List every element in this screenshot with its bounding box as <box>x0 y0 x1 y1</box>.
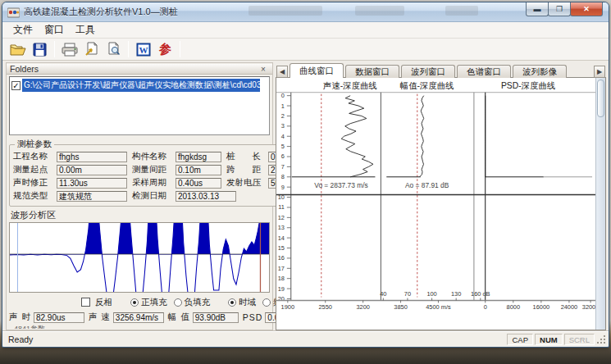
curve-series-0 <box>341 96 373 177</box>
param-value-field[interactable]: 0.00m <box>57 165 127 175</box>
folders-pane-caption[interactable]: Folders × <box>7 64 272 75</box>
velocity-tick-label: 1900 <box>281 303 294 311</box>
radio-icon[interactable] <box>228 298 236 307</box>
print-icon <box>62 43 78 57</box>
print-preview-button[interactable] <box>103 40 124 59</box>
tab-波列窗口[interactable]: 波列窗口 <box>401 65 455 78</box>
word-export-button[interactable]: W <box>133 40 153 59</box>
indicator-NUM: NUM <box>535 334 563 345</box>
waveform-canvas[interactable] <box>10 223 269 292</box>
param-cell: 构件名称fhgkdsg <box>132 151 221 162</box>
measure-label: PSD <box>243 312 263 322</box>
resize-grip[interactable] <box>596 334 607 345</box>
svg-text:W: W <box>139 44 148 54</box>
tab-scroll-left-icon[interactable]: ◀ <box>276 66 288 78</box>
waveform-plot[interactable] <box>9 222 270 293</box>
radio-icon[interactable] <box>130 298 139 307</box>
tab-波列影像[interactable]: 波列影像 <box>513 65 567 78</box>
app-icon <box>7 7 20 18</box>
param-cell: 工程名称fhghs <box>13 151 127 162</box>
radio-icon[interactable] <box>262 298 271 307</box>
measure-value-field[interactable]: 3256.94m/s <box>113 312 164 323</box>
domain-option-label: 时域 <box>239 297 256 308</box>
chart-vertical-scrollbar[interactable] <box>595 78 605 330</box>
amplitude-tick-label: 70 <box>404 290 411 298</box>
psd-tick-label: 24000 <box>561 303 578 311</box>
tab-色谱窗口[interactable]: 色谱窗口 <box>457 65 511 78</box>
param-cell: 声时修正11.30us <box>13 177 127 189</box>
toolbar-separator <box>180 41 180 57</box>
chart-title-0: 声速-深度曲线 <box>323 81 377 90</box>
fill-option-0[interactable]: 正填充 <box>130 297 167 308</box>
depth-tick-label: 20 <box>278 295 285 303</box>
folder-item-checkbox[interactable]: ✓ <box>11 81 21 90</box>
folders-pane-title: Folders <box>10 64 39 74</box>
parameters-button[interactable]: 参 <box>155 40 176 59</box>
tab-数据窗口[interactable]: 数据窗口 <box>345 65 399 78</box>
statusbar: Ready CAPNUMSCRL <box>2 331 609 347</box>
menu-item-1[interactable]: 窗口 <box>39 21 70 39</box>
fill-option-label: 负填充 <box>185 297 211 308</box>
export-report-button[interactable] <box>81 40 102 59</box>
param-label: 规范类型 <box>13 190 54 202</box>
print-button[interactable] <box>59 40 80 59</box>
velocity-tick-label: 3850 <box>394 303 407 311</box>
folder-list-item[interactable]: ✓ G:\公司产品设计开发\超声仪器\超声仪实地检测数据\测桩\cd\cd03\… <box>11 80 267 91</box>
param-value-field[interactable]: 建筑规范 <box>57 191 127 202</box>
depth-tick-label: 4 <box>281 133 285 140</box>
invert-checkbox[interactable] <box>81 298 90 307</box>
depth-tick-label: 16 <box>278 254 285 262</box>
status-message: Ready <box>4 334 505 344</box>
tab-scroll-right-icon[interactable]: ▶ <box>594 66 605 78</box>
depth-tick-label: 19 <box>278 285 285 293</box>
measure-value-field[interactable]: 93.90dB <box>193 312 239 323</box>
measure-label: 幅 值 <box>168 312 190 323</box>
domain-option-0[interactable]: 时域 <box>228 297 256 308</box>
param-cell: 测量起点0.00m <box>13 164 127 175</box>
measure-value-field[interactable]: 82.90us <box>34 312 84 323</box>
param-value-field[interactable]: 2013.03.13 <box>176 191 236 202</box>
charts-root: 声速-深度曲线幅值-深度曲线PSD-深度曲线012345678910111213… <box>276 81 595 312</box>
toolbar-separator <box>54 41 55 57</box>
param-value-field[interactable]: 11.30us <box>57 178 127 189</box>
menubar: 文件窗口工具 <box>2 22 609 39</box>
close-button[interactable]: ✕ <box>570 2 603 16</box>
waveform-controls: 反相正填充负填充时域频域 声 时82.90us声 速3256.94m/s幅 值9… <box>9 296 270 324</box>
titlebar-glass-reflection <box>355 6 404 16</box>
depth-tick-label: 9 <box>281 184 285 191</box>
menu-item-2[interactable]: 工具 <box>70 21 101 39</box>
param-value-field[interactable]: 0.40us <box>176 178 221 189</box>
depth-tick-label: 8 <box>281 173 285 180</box>
measure-field-1: 声 速3256.94m/s <box>89 312 164 323</box>
invert-checkbox-group[interactable]: 反相 <box>81 297 112 308</box>
fill-option-1[interactable]: 负填充 <box>174 297 211 308</box>
measure-label: 声 时 <box>9 312 31 323</box>
depth-tick-label: 1 <box>281 102 285 110</box>
psd-tick-label: 32000 <box>582 303 595 311</box>
param-label: 构件名称 <box>132 151 173 162</box>
depth-curves-canvas[interactable]: 声速-深度曲线幅值-深度曲线PSD-深度曲线012345678910111213… <box>276 78 595 326</box>
folder-item-label: G:\公司产品设计开发\超声仪器\超声仪实地检测数据\测桩\cd\cd03\cd… <box>22 79 260 92</box>
scrollbar-thumb[interactable] <box>597 80 604 117</box>
folder-list[interactable]: ✓ G:\公司产品设计开发\超声仪器\超声仪实地检测数据\测桩\cd\cd03\… <box>9 76 270 135</box>
param-value-field[interactable]: fhghs <box>57 152 127 162</box>
param-value-field[interactable]: 0.10m <box>176 165 221 175</box>
minimize-button[interactable]: ▬ <box>526 2 549 16</box>
open-folder-button[interactable] <box>7 40 28 59</box>
measure-label: 声 速 <box>89 312 111 323</box>
folders-pane-close-icon[interactable]: × <box>258 65 269 74</box>
save-button[interactable] <box>30 40 50 59</box>
tab-曲线窗口[interactable]: 曲线窗口 <box>290 63 344 78</box>
menu-item-0[interactable]: 文件 <box>7 21 39 39</box>
depth-tick-label: 2 <box>281 112 285 120</box>
titlebar[interactable]: 高铁建混凝土检测分析软件V1.0—测桩 ▬ ❐ ✕ <box>2 2 609 22</box>
export-report-icon <box>84 42 99 57</box>
maximize-button[interactable]: ❐ <box>548 2 571 16</box>
radio-icon[interactable] <box>174 298 182 307</box>
param-cell: 测量间距0.10m <box>132 164 221 175</box>
velocity-tick-label: 2550 <box>319 303 332 311</box>
print-preview-icon <box>107 42 121 57</box>
param-label: 工程名称 <box>13 151 54 162</box>
param-value-field[interactable]: fhgkdsg <box>176 152 221 162</box>
main-area: Folders × ✓ G:\公司产品设计开发\超声仪器\超声仪实地检测数据\测… <box>2 61 609 331</box>
